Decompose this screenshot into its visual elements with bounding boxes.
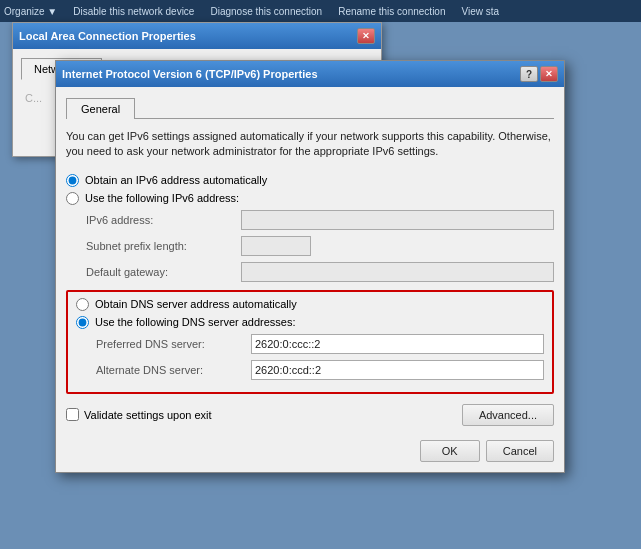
- validate-checkbox[interactable]: [66, 408, 79, 421]
- radio-auto-address[interactable]: [66, 174, 79, 187]
- radio-manual-dns[interactable]: [76, 316, 89, 329]
- radio-manual-dns-row: Use the following DNS server addresses:: [76, 316, 544, 329]
- auto-dns-label: Obtain DNS server address automatically: [95, 298, 297, 310]
- dialog-help-btn[interactable]: ?: [520, 66, 538, 82]
- dns-fields: Preferred DNS server: Alternate DNS serv…: [96, 334, 544, 380]
- ipv6-address-row: IPv6 address:: [86, 210, 554, 230]
- taskbar-diagnose[interactable]: Diagnose this connection: [210, 6, 322, 17]
- validate-checkbox-row: Validate settings upon exit: [66, 408, 212, 421]
- gateway-row: Default gateway:: [86, 262, 554, 282]
- preferred-dns-input[interactable]: [251, 334, 544, 354]
- bg-content-placeholder: C...: [25, 92, 42, 104]
- gateway-label: Default gateway:: [86, 266, 241, 278]
- radio-auto-address-row: Obtain an IPv6 address automatically: [66, 174, 554, 187]
- ipv6-address-input[interactable]: [241, 210, 554, 230]
- taskbar-disable[interactable]: Disable this network device: [73, 6, 194, 17]
- bg-window-close-btn[interactable]: ✕: [357, 28, 375, 44]
- radio-auto-dns-row: Obtain DNS server address automatically: [76, 298, 544, 311]
- info-text: You can get IPv6 settings assigned autom…: [66, 129, 554, 160]
- bg-window-controls: ✕: [357, 28, 375, 44]
- taskbar-rename[interactable]: Rename this connection: [338, 6, 445, 17]
- taskbar-organize[interactable]: Organize ▼: [4, 6, 57, 17]
- dialog-body: General You can get IPv6 settings assign…: [56, 87, 564, 472]
- address-fields: IPv6 address: Subnet prefix length: Defa…: [86, 210, 554, 282]
- advanced-button[interactable]: Advanced...: [462, 404, 554, 426]
- validate-label: Validate settings upon exit: [84, 409, 212, 421]
- subnet-input[interactable]: [241, 236, 311, 256]
- dialog-tab-bar: General: [66, 97, 554, 119]
- taskbar: Organize ▼ Disable this network device D…: [0, 0, 641, 22]
- auto-address-label: Obtain an IPv6 address automatically: [85, 174, 267, 186]
- preferred-dns-row: Preferred DNS server:: [96, 334, 544, 354]
- subnet-row: Subnet prefix length:: [86, 236, 554, 256]
- alternate-dns-row: Alternate DNS server:: [96, 360, 544, 380]
- dialog-title: Internet Protocol Version 6 (TCP/IPv6) P…: [62, 68, 318, 80]
- subnet-label: Subnet prefix length:: [86, 240, 241, 252]
- dialog-controls: ? ✕: [520, 66, 558, 82]
- radio-manual-address-row: Use the following IPv6 address:: [66, 192, 554, 205]
- gateway-input[interactable]: [241, 262, 554, 282]
- taskbar-view[interactable]: View sta: [461, 6, 499, 17]
- footer-row: Validate settings upon exit Advanced...: [66, 404, 554, 426]
- ipv6-address-label: IPv6 address:: [86, 214, 241, 226]
- radio-manual-address[interactable]: [66, 192, 79, 205]
- alternate-dns-label: Alternate DNS server:: [96, 364, 251, 376]
- dns-section: Obtain DNS server address automatically …: [66, 290, 554, 394]
- manual-address-label: Use the following IPv6 address:: [85, 192, 239, 204]
- radio-auto-dns[interactable]: [76, 298, 89, 311]
- ipv6-dialog: Internet Protocol Version 6 (TCP/IPv6) P…: [55, 60, 565, 473]
- address-section: Obtain an IPv6 address automatically Use…: [66, 174, 554, 282]
- manual-dns-label: Use the following DNS server addresses:: [95, 316, 296, 328]
- preferred-dns-label: Preferred DNS server:: [96, 338, 251, 350]
- dialog-titlebar: Internet Protocol Version 6 (TCP/IPv6) P…: [56, 61, 564, 87]
- bg-window-title: Local Area Connection Properties: [19, 30, 196, 42]
- dialog-close-btn[interactable]: ✕: [540, 66, 558, 82]
- bg-window-titlebar: Local Area Connection Properties ✕: [13, 23, 381, 49]
- cancel-button[interactable]: Cancel: [486, 440, 554, 462]
- alternate-dns-input[interactable]: [251, 360, 544, 380]
- dialog-tab-general[interactable]: General: [66, 98, 135, 119]
- dialog-buttons: OK Cancel: [66, 440, 554, 462]
- ok-button[interactable]: OK: [420, 440, 480, 462]
